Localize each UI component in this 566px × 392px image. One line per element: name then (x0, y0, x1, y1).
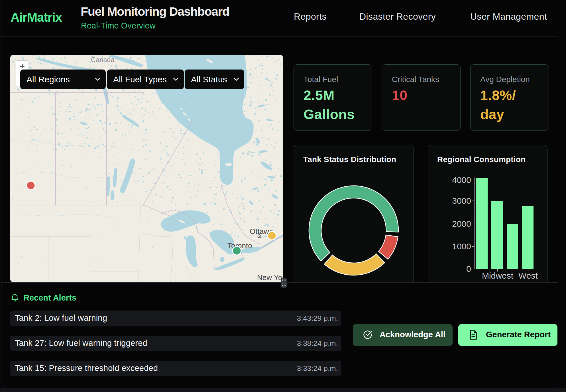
svg-text:Canada: Canada (91, 56, 115, 64)
svg-text:West: West (518, 271, 538, 280)
svg-text:1000: 1000 (452, 242, 471, 251)
svg-text:3000: 3000 (452, 196, 471, 205)
svg-text:Midwest: Midwest (482, 271, 514, 280)
svg-text:0: 0 (466, 264, 471, 273)
svg-text:2000: 2000 (452, 219, 471, 228)
svg-text:New York: New York (257, 273, 283, 282)
svg-text:4000: 4000 (452, 175, 471, 185)
